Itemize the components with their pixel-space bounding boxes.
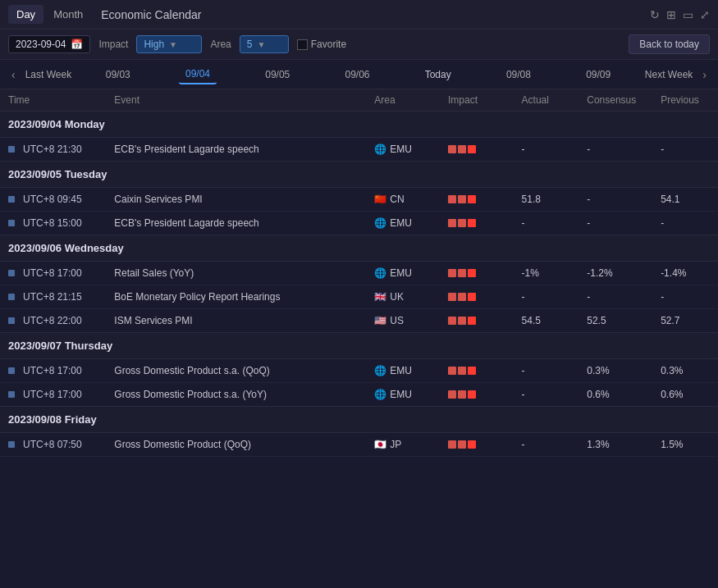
event-name: Retail Sales (YoY) <box>106 262 366 285</box>
area-flag: 🌐 EMU <box>374 217 412 229</box>
impact-indicator <box>448 390 505 399</box>
expand-icon[interactable]: ⤢ <box>700 8 710 21</box>
titlebar: Day Month Economic Calendar ↻ ⊞ ▭ ⤢ <box>0 0 718 30</box>
area-cell: 🌐 EMU <box>366 262 440 285</box>
section-header-row: 2023/09/04 Monday <box>0 112 718 138</box>
section-title: 2023/09/05 Tuesday <box>0 162 718 188</box>
refresh-icon[interactable]: ↻ <box>650 8 660 21</box>
section-title: 2023/09/04 Monday <box>0 112 718 138</box>
row-dot-icon <box>8 391 15 398</box>
favorite-filter[interactable]: Favorite <box>297 39 346 50</box>
section-header-row: 2023/09/05 Tuesday <box>0 162 718 188</box>
nav-date-0908[interactable]: 09/08 <box>500 66 537 84</box>
section-header-row: 2023/09/07 Thursday <box>0 333 718 359</box>
row-dot-icon <box>8 441 15 448</box>
event-name: ISM Services PMI <box>106 309 366 333</box>
row-dot-icon <box>8 220 15 226</box>
prev-arrow-icon[interactable]: ‹ <box>8 68 19 81</box>
consensus-value: -1.2% <box>579 262 652 285</box>
favorite-checkbox[interactable] <box>297 39 308 50</box>
impact-bar-2 <box>458 145 466 153</box>
impact-bar-3 <box>468 317 476 325</box>
impact-bar-3 <box>468 219 476 227</box>
actual-value: 51.8 <box>514 188 579 212</box>
section-title: 2023/09/07 Thursday <box>0 333 718 359</box>
table-row: UTC+8 09:45 Caixin Services PMI 🇨🇳 CN 51… <box>0 188 718 212</box>
area-flag: 🇯🇵 JP <box>374 439 401 450</box>
area-dropdown[interactable]: 5 ▼ <box>240 35 289 53</box>
nav-date-0909[interactable]: 09/09 <box>579 66 617 84</box>
time-cell: UTC+8 22:00 <box>0 309 106 333</box>
impact-cell <box>440 359 514 383</box>
impact-cell <box>440 309 514 333</box>
last-week-nav[interactable]: Last Week <box>19 69 78 80</box>
impact-cell <box>440 188 514 212</box>
area-code: CN <box>390 194 404 205</box>
area-cell: 🌐 EMU <box>366 383 440 407</box>
time-cell: UTC+8 09:45 <box>0 188 106 212</box>
impact-cell <box>440 433 514 457</box>
window-controls: ↻ ⊞ ▭ ⤢ <box>650 8 710 21</box>
area-flag: 🇨🇳 CN <box>374 194 404 205</box>
area-flag: 🇺🇸 US <box>374 315 404 326</box>
impact-bar-3 <box>468 440 476 449</box>
area-code: US <box>390 315 404 326</box>
area-code: UK <box>390 291 404 303</box>
area-code: EMU <box>390 389 412 400</box>
area-label: Area <box>210 39 231 50</box>
time-cell: UTC+8 17:00 <box>0 262 106 285</box>
previous-value: 1.5% <box>652 433 718 457</box>
col-area: Area <box>366 89 440 112</box>
next-week-nav[interactable]: Next Week <box>638 69 699 80</box>
next-arrow-icon[interactable]: › <box>699 68 710 81</box>
nav-date-0906[interactable]: 09/06 <box>338 66 376 84</box>
time-cell: UTC+8 17:00 <box>0 383 106 407</box>
date-list: 09/03 09/04 09/05 09/06 Today 09/08 09/0… <box>78 65 638 84</box>
date-picker[interactable]: 2023-09-04 📅 <box>8 35 90 53</box>
area-flag: 🌐 EMU <box>374 365 412 376</box>
event-time: UTC+8 21:30 <box>23 144 82 155</box>
table-row: UTC+8 22:00 ISM Services PMI 🇺🇸 US 54.5 … <box>0 309 718 333</box>
impact-indicator <box>448 440 505 449</box>
impact-indicator <box>448 195 505 203</box>
impact-bar-2 <box>458 440 466 449</box>
area-code: EMU <box>390 217 412 229</box>
view-tabs: Day Month <box>8 5 91 24</box>
back-to-today-button[interactable]: Back to today <box>629 34 710 54</box>
event-name: ECB's President Lagarde speech <box>106 212 366 235</box>
event-time: UTC+8 07:50 <box>23 439 82 450</box>
table-row: UTC+8 21:30 ECB's President Lagarde spee… <box>0 138 718 162</box>
layout1-icon[interactable]: ⊞ <box>666 8 676 21</box>
nav-date-0904[interactable]: 09/04 <box>179 65 217 84</box>
event-time: UTC+8 09:45 <box>23 194 82 205</box>
nav-today[interactable]: Today <box>418 66 458 84</box>
time-cell: UTC+8 17:00 <box>0 359 106 383</box>
impact-bar-1 <box>448 269 456 277</box>
impact-bar-2 <box>458 390 466 399</box>
table-row: UTC+8 17:00 Gross Domestic Product s.a. … <box>0 383 718 407</box>
actual-value: 54.5 <box>514 309 579 333</box>
layout2-icon[interactable]: ▭ <box>683 8 693 21</box>
consensus-value: - <box>579 212 652 235</box>
impact-bar-3 <box>468 195 476 203</box>
tab-day[interactable]: Day <box>8 5 43 24</box>
impact-dropdown[interactable]: High ▼ <box>136 35 202 53</box>
time-cell: UTC+8 21:30 <box>0 138 106 162</box>
area-flag: 🌐 EMU <box>374 267 412 279</box>
nav-date-0905[interactable]: 09/05 <box>258 66 296 84</box>
impact-bar-1 <box>448 219 456 227</box>
area-flag: 🌐 EMU <box>374 144 412 155</box>
flag-emoji: 🌐 <box>374 389 386 400</box>
chevron-down-icon-area: ▼ <box>257 40 265 49</box>
consensus-value: - <box>579 285 652 309</box>
impact-bar-3 <box>468 367 476 375</box>
calendar-icon: 📅 <box>71 39 83 50</box>
impact-cell <box>440 285 514 309</box>
nav-date-0903[interactable]: 09/03 <box>99 66 137 84</box>
date-navigation: ‹ Last Week 09/03 09/04 09/05 09/06 Toda… <box>0 60 718 89</box>
actual-value: - <box>514 359 579 383</box>
consensus-value: 1.3% <box>579 433 652 457</box>
flag-emoji: 🇯🇵 <box>374 439 386 450</box>
area-flag: 🌐 EMU <box>374 389 412 400</box>
tab-month[interactable]: Month <box>45 5 91 24</box>
